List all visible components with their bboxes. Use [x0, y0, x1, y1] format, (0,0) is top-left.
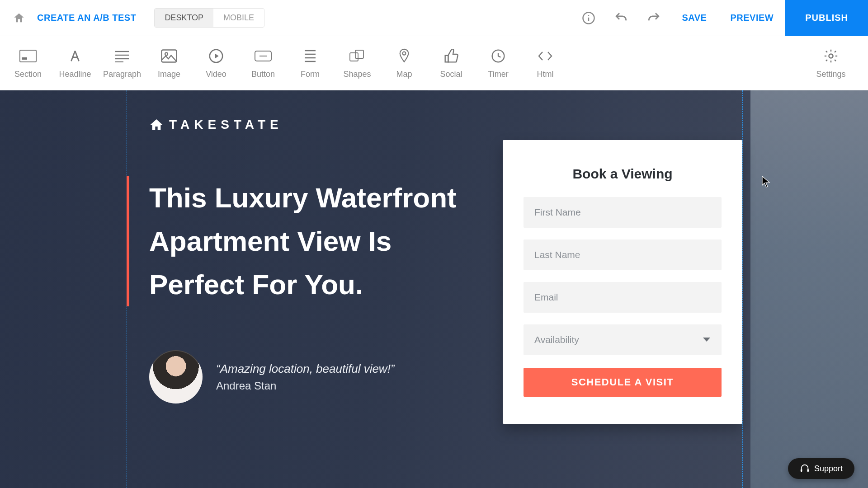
tool-label: Image [158, 70, 180, 79]
gear-icon [823, 48, 839, 64]
first-name-field[interactable] [524, 197, 722, 228]
tool-label: Shapes [343, 70, 371, 79]
tool-label: Form [301, 70, 320, 79]
editor-canvas[interactable]: TAKESTATE This Luxury Waterfront Apartme… [0, 90, 868, 488]
svg-point-2 [588, 15, 590, 16]
schedule-visit-button[interactable]: SCHEDULE A VISIT [524, 368, 722, 397]
support-button[interactable]: Support [788, 458, 854, 479]
redo-button[interactable] [643, 7, 665, 29]
booking-form[interactable]: Book a Viewing Availability SCHEDULE A V… [503, 140, 742, 424]
availability-select[interactable]: Availability [524, 324, 722, 355]
headline-block[interactable]: This Luxury Waterfront Apartment View Is… [149, 176, 466, 306]
tool-label: Button [251, 70, 275, 79]
tool-section[interactable]: Section [5, 47, 52, 79]
section-icon [19, 49, 37, 63]
code-icon [537, 50, 553, 62]
last-name-field[interactable] [524, 239, 722, 270]
tool-paragraph[interactable]: Paragraph [99, 47, 146, 79]
shapes-icon [349, 49, 365, 63]
tool-settings[interactable]: Settings [807, 47, 854, 79]
svg-point-23 [829, 54, 833, 58]
svg-rect-21 [445, 56, 448, 62]
tool-label: Video [206, 70, 226, 79]
tab-desktop[interactable]: DESKTOP [155, 9, 213, 27]
headset-icon [800, 464, 810, 474]
paragraph-icon [114, 50, 130, 62]
svg-rect-25 [807, 469, 809, 472]
brand-logo[interactable]: TAKESTATE [149, 117, 283, 132]
svg-rect-24 [801, 469, 802, 472]
form-icon [303, 49, 317, 63]
redo-icon [646, 11, 661, 25]
info-icon [582, 11, 595, 25]
svg-rect-3 [20, 50, 36, 62]
svg-point-10 [165, 53, 168, 56]
testimonial-author: Andrea Stan [216, 380, 395, 392]
save-button[interactable]: SAVE [670, 13, 718, 23]
svg-point-20 [403, 52, 406, 55]
button-icon [254, 50, 272, 62]
avatar [149, 350, 203, 404]
support-label: Support [814, 464, 843, 474]
tool-form[interactable]: Form [287, 47, 334, 79]
thumbs-up-icon [444, 49, 458, 63]
undo-button[interactable] [610, 7, 632, 29]
background-decoration [750, 90, 868, 488]
tool-label: Settings [816, 70, 845, 79]
tool-timer[interactable]: Timer [475, 47, 522, 79]
availability-label: Availability [534, 334, 579, 345]
tool-shapes[interactable]: Shapes [334, 47, 381, 79]
create-ab-test-link[interactable]: CREATE AN A/B TEST [37, 13, 136, 23]
tool-button[interactable]: Button [240, 47, 287, 79]
tool-map[interactable]: Map [381, 47, 428, 79]
map-pin-icon [398, 48, 410, 64]
preview-button[interactable]: PREVIEW [718, 13, 785, 23]
element-toolbar: Section Headline Paragraph Image Video B… [0, 36, 868, 90]
svg-rect-19 [355, 50, 363, 58]
email-field[interactable] [524, 282, 722, 313]
publish-button[interactable]: PUBLISH [785, 0, 868, 36]
testimonial-quote: “Amazing location, beautiful view!” [216, 362, 395, 376]
headline-icon [67, 48, 83, 64]
tool-image[interactable]: Image [146, 47, 193, 79]
image-icon [161, 49, 177, 63]
top-bar: CREATE AN A/B TEST DESKTOP MOBILE SAVE P… [0, 0, 868, 36]
tool-label: Map [396, 70, 412, 79]
form-title: Book a Viewing [524, 166, 722, 182]
tool-label: Paragraph [103, 70, 141, 79]
undo-icon [614, 11, 628, 25]
house-icon [149, 117, 164, 132]
tab-mobile[interactable]: MOBILE [213, 9, 264, 27]
guide-line-right [742, 90, 743, 488]
testimonial[interactable]: “Amazing location, beautiful view!” Andr… [149, 350, 395, 404]
home-button[interactable] [9, 8, 29, 28]
selection-marker [127, 176, 129, 306]
video-icon [208, 48, 224, 64]
headline-text: This Luxury Waterfront Apartment View Is… [149, 176, 466, 306]
tool-label: Section [14, 70, 42, 79]
chevron-down-icon [703, 337, 711, 343]
tool-label: Html [537, 70, 554, 79]
tool-label: Timer [488, 70, 508, 79]
brand-name: TAKESTATE [169, 117, 283, 132]
svg-rect-18 [350, 53, 358, 61]
tool-label: Headline [59, 70, 91, 79]
tool-html[interactable]: Html [522, 47, 569, 79]
info-button[interactable] [578, 7, 599, 29]
device-toggle: DESKTOP MOBILE [154, 8, 264, 28]
tool-social[interactable]: Social [428, 47, 475, 79]
clock-icon [491, 49, 505, 63]
tool-headline[interactable]: Headline [52, 47, 99, 79]
home-icon [13, 12, 25, 24]
tool-video[interactable]: Video [193, 47, 240, 79]
svg-rect-9 [162, 50, 177, 62]
tool-label: Social [440, 70, 462, 79]
svg-rect-4 [22, 57, 27, 60]
